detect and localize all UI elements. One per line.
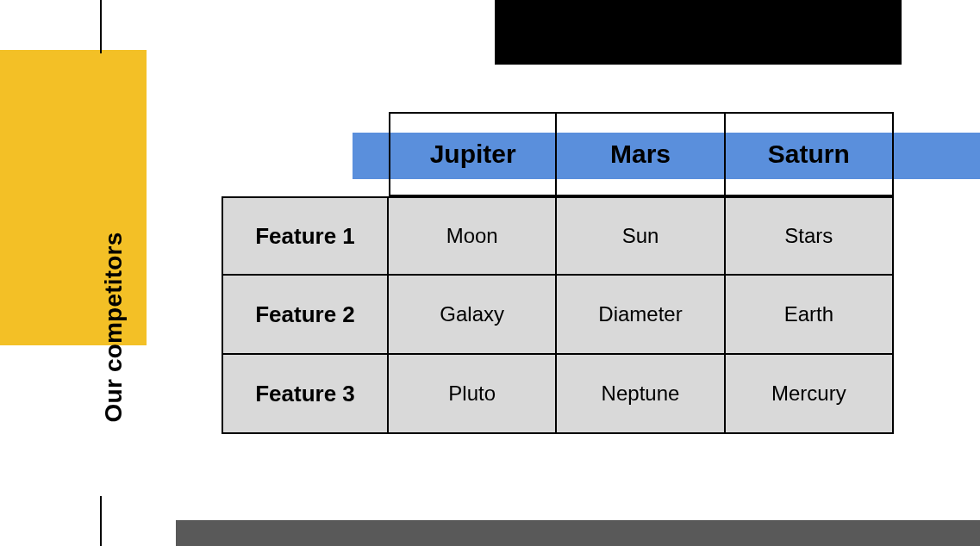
decor-gray-bottom xyxy=(176,520,980,546)
table-cell-value: Diameter xyxy=(598,302,682,326)
table-cell: Earth xyxy=(726,276,894,355)
table-header-row: Jupiter Mars Saturn xyxy=(389,112,894,196)
column-header: Mars xyxy=(557,112,725,196)
table-cell-value: Mercury xyxy=(771,382,846,406)
table-cell-value: Sun xyxy=(622,224,659,248)
table-cell-value: Moon xyxy=(446,224,498,248)
row-header-label: Feature 2 xyxy=(255,301,355,328)
slide: Our competitors Jupiter Mars Saturn Feat… xyxy=(0,0,980,546)
table-cell: Galaxy xyxy=(389,276,557,355)
table-cell: Moon xyxy=(389,196,557,276)
table-cell-value: Neptune xyxy=(602,382,680,406)
table-cell: Sun xyxy=(557,196,725,276)
table-cell-value: Pluto xyxy=(448,382,496,406)
column-header: Saturn xyxy=(726,112,894,196)
decor-black-top xyxy=(495,0,902,65)
row-header: Feature 3 xyxy=(222,355,389,434)
table-cell-value: Earth xyxy=(784,302,833,326)
table-cell: Mercury xyxy=(726,355,894,434)
column-header-label: Saturn xyxy=(768,140,850,169)
table-cell-value: Stars xyxy=(784,224,833,248)
table-cell-value: Galaxy xyxy=(440,302,504,326)
table-row: Feature 2 Galaxy Diameter Earth xyxy=(222,276,894,355)
row-header-label: Feature 3 xyxy=(255,381,355,407)
row-header-label: Feature 1 xyxy=(255,223,355,250)
table-cell: Stars xyxy=(726,196,894,276)
row-header: Feature 2 xyxy=(222,276,389,355)
column-header-label: Mars xyxy=(610,140,671,169)
table-cell: Diameter xyxy=(557,276,725,355)
table-row: Feature 1 Moon Sun Stars xyxy=(222,196,894,276)
decor-vertical-line-bottom xyxy=(100,496,102,546)
table-cell: Neptune xyxy=(557,355,725,434)
slide-title: Our competitors xyxy=(100,233,128,423)
column-header-label: Jupiter xyxy=(430,140,516,169)
column-header: Jupiter xyxy=(389,112,557,196)
row-header: Feature 1 xyxy=(222,196,389,276)
table-body: Feature 1 Moon Sun Stars Feature 2 Galax… xyxy=(222,196,894,434)
table-row: Feature 3 Pluto Neptune Mercury xyxy=(222,355,894,434)
table-cell: Pluto xyxy=(389,355,557,434)
decor-vertical-line-top xyxy=(100,0,102,53)
